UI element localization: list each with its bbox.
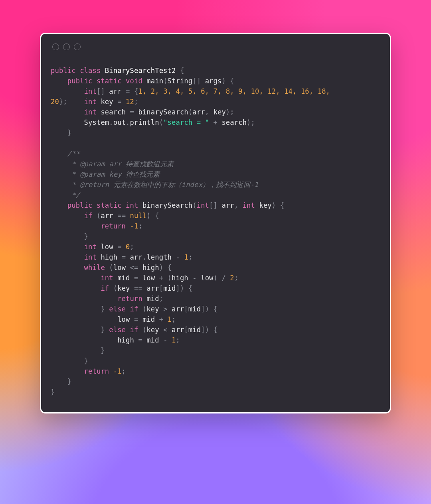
paren-open: ( (109, 264, 113, 272)
var-mid: mid (146, 336, 159, 344)
paren-open: ( (142, 326, 146, 334)
var-low: low (117, 315, 130, 323)
var-mid: mid (146, 295, 159, 303)
paren-close: ) (247, 118, 251, 126)
var-key: key (101, 98, 113, 106)
kw-null: null (130, 212, 147, 220)
kw-int: int (197, 201, 209, 209)
arg-arr: arr (192, 108, 205, 116)
var-key: key (146, 305, 159, 313)
op-minus: - (176, 253, 180, 261)
brace-close: }; (59, 98, 67, 106)
op-minus: - (163, 336, 167, 344)
num-12: 12 (126, 98, 134, 106)
kw-static: static (97, 201, 122, 209)
bracket-open: [ (159, 284, 163, 292)
brace-close: } (67, 378, 71, 386)
paren-close: ) (159, 264, 163, 272)
kw-void: void (126, 77, 142, 85)
var-mid: mid (142, 315, 155, 323)
window-minimize-button[interactable] (63, 43, 70, 50)
var-arr: arr (172, 326, 184, 334)
num-1: 1 (184, 253, 188, 261)
brace-close: } (67, 129, 71, 137)
var-arr: arr (101, 212, 113, 220)
brackets: [] (209, 201, 217, 209)
op-assign: = (138, 336, 142, 344)
call-binarySearch: binarySearch (138, 108, 188, 116)
semicolon: ; (159, 295, 163, 303)
kw-int: int (84, 243, 97, 251)
javadoc-open: /** (67, 150, 80, 158)
var-arr: arr (109, 87, 121, 95)
op-assign: = (117, 98, 121, 106)
semicolon: ; (230, 108, 234, 116)
window-close-button[interactable] (52, 43, 59, 50)
kw-int: int (101, 274, 113, 282)
array-literal-head: 1, 2, 3, 4, 5, 6, 7, 8, 9, 10, 12, 14, 1… (138, 87, 330, 95)
ident-println: println (130, 118, 159, 126)
paren-open: ( (97, 212, 101, 220)
paren-close: ) (272, 201, 276, 209)
brace-open: { (214, 326, 217, 334)
paren-open: ( (159, 118, 163, 126)
type-String: String (168, 77, 193, 85)
kw-if: if (130, 326, 138, 334)
method-binarySearch: binarySearch (142, 201, 192, 209)
brace-close: } (51, 388, 55, 396)
var-key: key (146, 326, 159, 334)
kw-public: public (67, 77, 93, 85)
bracket-close: ] (201, 305, 205, 313)
kw-int: int (84, 253, 97, 261)
brace-open: { (214, 305, 217, 313)
num-1: 1 (172, 336, 176, 344)
param-arr: arr (221, 201, 234, 209)
var-arr: arr (146, 284, 159, 292)
bracket-close: ] (201, 326, 205, 334)
kw-int: int (84, 108, 97, 116)
class-name: BinarySearchTest2 (105, 67, 176, 75)
kw-return: return (84, 367, 109, 375)
bracket-close: ] (176, 284, 180, 292)
semicolon: ; (172, 315, 176, 323)
javadoc-param-arr: * @param arr 待查找数组元素 (67, 160, 174, 168)
op-assign: = (126, 87, 130, 95)
paren-open: ( (163, 77, 167, 85)
brackets: [] (97, 87, 105, 95)
semicolon: ; (234, 274, 238, 282)
paren-close: ) (226, 108, 230, 116)
javadoc-return: * @return 元素在数组中的下标（index），找不到返回-1 (67, 181, 259, 189)
brace-open: { (280, 201, 284, 209)
kw-int: int (126, 201, 138, 209)
op-eq: == (134, 284, 142, 292)
brace-close: } (101, 326, 105, 334)
var-arr: arr (172, 305, 184, 313)
num-2: 2 (230, 274, 234, 282)
brace-open: { (155, 212, 159, 220)
bracket-open: [ (184, 305, 188, 313)
kw-int: int (84, 87, 97, 95)
array-literal-tail: 20 (51, 98, 59, 106)
op-assign: = (130, 108, 134, 116)
brace-close: } (101, 305, 105, 313)
semicolon: ; (176, 336, 180, 344)
paren-close: ) (205, 326, 209, 334)
brace-open: { (134, 87, 138, 95)
paren-open: ( (188, 108, 192, 116)
var-mid: mid (117, 274, 130, 282)
brackets: [] (192, 77, 201, 85)
window-zoom-button[interactable] (74, 43, 81, 50)
brace-open: { (230, 77, 234, 85)
var-arr: arr (130, 253, 142, 261)
brace-close: } (101, 346, 105, 354)
param-args: args (205, 77, 222, 85)
semicolon: ; (122, 367, 126, 375)
code-editor-content: public class BinarySearchTest2 { public … (51, 65, 380, 397)
var-mid: mid (163, 284, 176, 292)
var-mid: mid (188, 326, 201, 334)
ident-length: length (146, 253, 172, 261)
dot: . (126, 118, 130, 126)
dot: . (142, 253, 146, 261)
kw-else: else (109, 326, 126, 334)
op-assign: = (122, 253, 126, 261)
